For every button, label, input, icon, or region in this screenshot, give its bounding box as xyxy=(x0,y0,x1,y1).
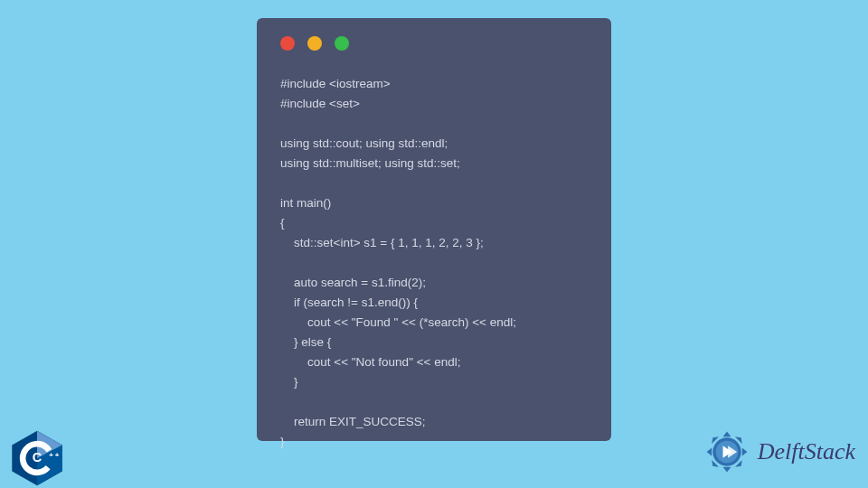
gear-icon xyxy=(702,427,752,477)
code-window: #include <iostream> #include <set> using… xyxy=(257,18,611,441)
svg-marker-7 xyxy=(722,467,731,473)
code-block: #include <iostream> #include <set> using… xyxy=(280,74,588,452)
minimize-icon xyxy=(307,36,322,51)
close-icon xyxy=(280,36,295,51)
delftstack-text: DelftStack xyxy=(758,438,855,465)
cpp-language-icon: C + + xyxy=(5,428,69,488)
cpp-label: C xyxy=(33,450,42,465)
delftstack-logo: DelftStack xyxy=(702,427,855,477)
svg-marker-8 xyxy=(706,448,712,456)
svg-text:+: + xyxy=(55,451,60,459)
svg-marker-6 xyxy=(722,432,731,437)
svg-text:+: + xyxy=(49,451,53,459)
traffic-lights xyxy=(280,36,588,51)
maximize-icon xyxy=(335,36,349,51)
svg-marker-9 xyxy=(742,448,748,456)
